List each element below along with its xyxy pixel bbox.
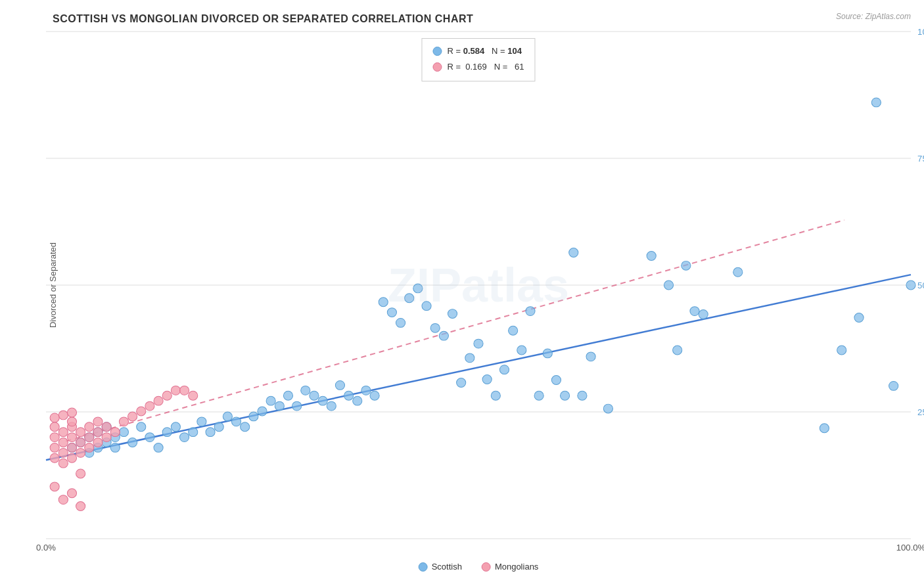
svg-point-24	[145, 433, 154, 442]
svg-point-71	[551, 376, 561, 385]
svg-point-110	[93, 428, 103, 437]
svg-point-80	[681, 261, 691, 270]
svg-line-9	[46, 275, 911, 460]
svg-point-131	[50, 413, 59, 422]
svg-point-30	[197, 417, 206, 426]
svg-point-128	[76, 502, 85, 511]
svg-point-27	[171, 422, 180, 432]
svg-point-92	[50, 453, 59, 462]
svg-point-90	[50, 443, 59, 453]
svg-point-35	[241, 422, 250, 432]
svg-point-22	[128, 438, 137, 447]
svg-point-52	[387, 308, 396, 317]
svg-text:50.0%: 50.0%	[917, 281, 924, 290]
svg-point-99	[67, 443, 76, 453]
svg-text:100.0%: 100.0%	[896, 543, 924, 552]
svg-text:75.0%: 75.0%	[917, 154, 924, 164]
svg-point-84	[820, 424, 829, 433]
legend-row-blue: R = 0.584 N = 104	[432, 44, 524, 58]
svg-point-65	[499, 365, 509, 374]
svg-point-124	[189, 391, 198, 400]
legend-row-pink: R = 0.169 N = 61	[432, 60, 524, 74]
svg-point-42	[301, 386, 310, 395]
legend-dot-scottish	[419, 562, 428, 572]
svg-point-53	[396, 318, 405, 327]
source-label: Source: ZipAtlas.com	[836, 12, 911, 21]
svg-point-32	[214, 422, 223, 432]
svg-point-121	[162, 391, 172, 400]
svg-point-68	[526, 307, 535, 316]
svg-point-112	[93, 417, 103, 426]
svg-point-109	[85, 422, 94, 432]
svg-point-56	[422, 302, 431, 311]
svg-point-55	[413, 284, 423, 293]
svg-point-34	[231, 417, 241, 426]
svg-point-126	[58, 495, 68, 505]
svg-point-60	[457, 378, 466, 388]
svg-point-120	[154, 396, 163, 405]
svg-point-98	[67, 433, 76, 442]
svg-point-61	[465, 353, 474, 363]
svg-point-48	[353, 396, 362, 405]
y-axis-label: Divorced or Separated	[48, 242, 58, 328]
svg-point-69	[534, 391, 543, 400]
svg-text:25.0%: 25.0%	[917, 407, 924, 417]
svg-point-62	[474, 339, 483, 348]
chart-area: Divorced or Separated R = 0.584 N = 104 …	[46, 32, 911, 539]
svg-point-94	[58, 438, 68, 447]
svg-point-108	[85, 443, 94, 453]
svg-point-50	[370, 391, 379, 400]
bottom-legend: Scottish Mongolians	[419, 562, 539, 572]
svg-point-114	[102, 422, 111, 432]
svg-point-125	[50, 482, 59, 491]
svg-point-115	[110, 428, 120, 437]
svg-point-103	[76, 438, 85, 447]
svg-point-102	[67, 417, 76, 426]
svg-point-117	[128, 412, 137, 421]
svg-point-127	[67, 489, 76, 498]
svg-point-72	[561, 391, 570, 400]
svg-point-63	[482, 375, 492, 384]
legend-dot-mongolians	[482, 562, 491, 572]
svg-text:0.0%: 0.0%	[36, 543, 56, 552]
svg-point-39	[275, 401, 284, 411]
svg-point-78	[664, 281, 673, 290]
mongolians-label: Mongolians	[495, 562, 539, 572]
svg-point-43	[310, 391, 319, 400]
svg-point-20	[110, 443, 120, 453]
svg-point-118	[137, 407, 146, 416]
svg-point-64	[491, 391, 500, 400]
svg-point-106	[76, 469, 85, 478]
svg-point-33	[223, 412, 232, 421]
svg-point-83	[733, 267, 743, 277]
svg-point-107	[85, 433, 94, 442]
svg-point-116	[119, 417, 128, 426]
svg-point-88	[889, 381, 898, 390]
chart-container: SCOTTISH VS MONGOLIAN DIVORCED OR SEPARA…	[0, 0, 924, 586]
legend-item-scottish: Scottish	[419, 562, 462, 572]
svg-point-41	[292, 401, 302, 411]
chart-svg: 100.0% 75.0% 50.0% 25.0%	[46, 32, 911, 539]
svg-point-105	[76, 428, 85, 437]
svg-point-93	[50, 422, 59, 432]
svg-point-36	[249, 412, 258, 421]
svg-line-10	[66, 220, 844, 441]
svg-point-31	[206, 428, 215, 437]
svg-point-87	[871, 98, 881, 107]
svg-point-129	[58, 411, 68, 420]
svg-text:100.0%: 100.0%	[917, 27, 924, 37]
legend-blue-text: R = 0.584 N = 104	[447, 44, 522, 58]
svg-point-59	[448, 309, 457, 319]
svg-point-75	[586, 352, 595, 361]
svg-point-82	[699, 310, 708, 319]
svg-point-29	[189, 428, 198, 437]
svg-point-23	[137, 422, 146, 432]
scottish-label: Scottish	[432, 562, 462, 572]
svg-point-74	[578, 391, 587, 400]
svg-point-46	[335, 380, 344, 390]
svg-point-130	[67, 408, 76, 417]
legend-pink-text: R = 0.169 N = 61	[447, 60, 524, 74]
svg-point-37	[258, 407, 267, 416]
svg-point-97	[58, 459, 68, 468]
svg-point-26	[162, 428, 172, 437]
